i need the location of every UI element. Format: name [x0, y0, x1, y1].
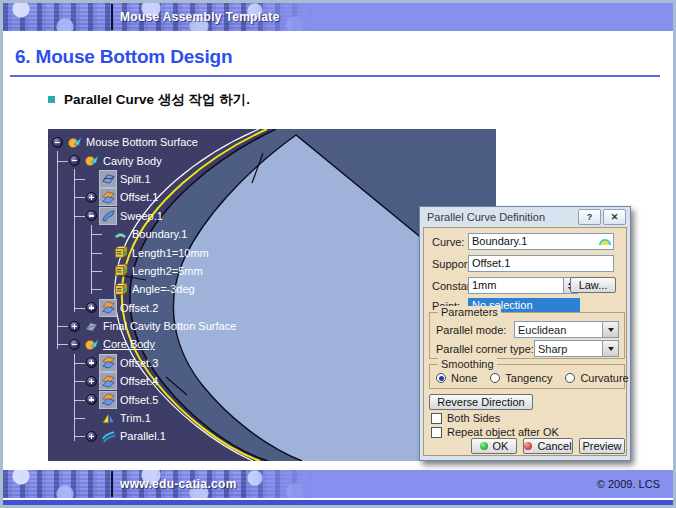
bullet-text-bold: Parallel Curve — [64, 92, 154, 107]
banner-title: Mouse Assembly Template — [120, 3, 280, 31]
bullet-text-rest: 생성 작업 하기. — [154, 92, 250, 107]
radio-curvature-label: Curvature — [580, 372, 628, 384]
curve-selector-icon[interactable] — [598, 235, 612, 248]
expand-expander-icon[interactable] — [86, 192, 97, 203]
dialog-body: Curve: Boundary.1 Support: Offset.1 Cons… — [423, 227, 627, 456]
cancel-button[interactable]: Cancel — [523, 438, 573, 454]
both-sides-checkbox-row[interactable]: Both Sides — [431, 412, 500, 424]
radio-tangency-label: Tangency — [505, 372, 552, 384]
tree-item-mouse-bottom-surface[interactable]: Mouse Bottom Surface — [48, 133, 288, 151]
curve-field[interactable]: Boundary.1 — [468, 233, 614, 250]
title-divider — [10, 75, 660, 77]
close-icon[interactable]: ✕ — [603, 209, 626, 225]
split-icon — [100, 171, 116, 187]
offset-icon — [100, 189, 116, 205]
tree-item-offset5[interactable]: Offset.5 — [48, 390, 288, 408]
expand-expander-icon[interactable] — [86, 394, 97, 405]
smoothing-group-label: Smoothing — [438, 358, 497, 370]
collapse-expander-icon[interactable] — [86, 210, 97, 221]
law-button[interactable]: Law... — [570, 277, 616, 293]
tree-item-trim1[interactable]: Trim.1 — [48, 409, 288, 427]
tree-item-offset4[interactable]: Offset.4 — [48, 372, 288, 390]
parallel-mode-dropdown[interactable]: Euclidean — [514, 321, 619, 338]
expand-expander-icon[interactable] — [86, 431, 97, 442]
header-banner: Mouse Assembly Template — [3, 3, 673, 31]
tree-item-sweep1[interactable]: Sweep.1 — [48, 207, 288, 225]
ok-dot-icon — [480, 442, 488, 450]
parallel-icon — [100, 428, 116, 444]
bottom-accent-strip — [3, 500, 673, 505]
trim-icon — [100, 410, 116, 426]
support-field[interactable]: Offset.1 — [468, 255, 614, 272]
tree-item-cavity-body[interactable]: Cavity Body — [48, 151, 288, 169]
radio-none-label: None — [451, 372, 477, 384]
parameter-icon — [112, 245, 128, 261]
specification-tree: Mouse Bottom Surface Cavity Body Split.1… — [48, 133, 288, 446]
collapse-expander-icon[interactable] — [69, 339, 80, 350]
tree-item-length2-parameter[interactable]: Length2=5mm — [48, 262, 288, 280]
reverse-direction-button[interactable]: Reverse Direction — [429, 394, 533, 410]
tree-item-length1-parameter[interactable]: Length1=10mm — [48, 243, 288, 261]
cancel-dot-icon — [524, 442, 532, 450]
parameter-icon — [112, 263, 128, 279]
parameter-icon — [112, 281, 128, 297]
repeat-object-checkbox[interactable] — [431, 427, 442, 438]
footer-site-text: www.edu-catia.com — [120, 470, 237, 498]
tree-item-offset1[interactable]: Offset.1 — [48, 188, 288, 206]
preview-button[interactable]: Preview — [579, 438, 625, 454]
offset-icon — [100, 392, 116, 408]
parallel-curve-definition-dialog: Parallel Curve Definition ? ✕ Curve: Bou… — [419, 206, 631, 461]
offset-icon — [100, 300, 116, 316]
corner-type-label: Parallel corner type: — [436, 343, 534, 355]
bullet-item: Parallel Curve 생성 작업 하기. — [48, 91, 250, 109]
collapse-expander-icon[interactable] — [69, 155, 80, 166]
repeat-object-checkbox-row[interactable]: Repeat object after OK — [431, 426, 559, 438]
tree-item-split1[interactable]: Split.1 — [48, 170, 288, 188]
parameters-group: Parameters Parallel mode: Euclidean Para… — [429, 312, 625, 359]
radio-none-icon[interactable] — [436, 373, 446, 383]
dropdown-arrow-icon[interactable] — [602, 341, 618, 356]
tree-item-parallel1[interactable]: Parallel.1 — [48, 427, 288, 445]
expand-expander-icon[interactable] — [86, 376, 97, 387]
corner-type-dropdown[interactable]: Sharp — [534, 340, 619, 357]
smoothing-group: Smoothing None Tangency Curvature — [429, 364, 625, 389]
tree-item-offset2[interactable]: Offset.2 — [48, 299, 288, 317]
tree-item-final-cavity-botton-surface[interactable]: Final Cavity Botton Surface — [48, 317, 288, 335]
help-icon[interactable]: ? — [578, 209, 601, 225]
page-title: 6. Mouse Bottom Design — [15, 46, 232, 68]
tree-item-boundary1[interactable]: Boundary.1 — [48, 225, 288, 243]
parameters-group-label: Parameters — [438, 306, 501, 318]
footer-banner: www.edu-catia.com © 2009. LCS — [3, 470, 673, 498]
radio-curvature-icon[interactable] — [565, 373, 575, 383]
body-icon — [83, 153, 99, 169]
tree-item-offset3[interactable]: Offset.3 — [48, 354, 288, 372]
banner-divider-line — [111, 4, 113, 30]
boundary-icon — [112, 226, 128, 242]
expand-expander-icon[interactable] — [86, 357, 97, 368]
expand-expander-icon[interactable] — [69, 321, 80, 332]
offset-icon — [100, 355, 116, 371]
tree-item-core-body[interactable]: Core Body — [48, 335, 288, 353]
both-sides-checkbox[interactable] — [431, 413, 442, 424]
repeat-object-label: Repeat object after OK — [447, 426, 559, 438]
bullet-square-icon — [48, 96, 55, 103]
curve-label: Curve: — [432, 236, 464, 248]
dropdown-arrow-icon[interactable] — [602, 322, 618, 337]
ok-button[interactable]: OK — [471, 438, 517, 454]
footer-copyright: © 2009. LCS — [597, 470, 660, 498]
tree-item-angle-parameter[interactable]: Angle=-3deg — [48, 280, 288, 298]
collapse-expander-icon[interactable] — [52, 137, 63, 148]
banner-divider-line — [111, 471, 113, 497]
body-icon — [83, 336, 99, 352]
radio-tangency-icon[interactable] — [490, 373, 500, 383]
both-sides-label: Both Sides — [447, 412, 500, 424]
dialog-titlebar[interactable]: Parallel Curve Definition ? ✕ — [423, 207, 627, 227]
sweep-icon — [100, 208, 116, 224]
slide: Mouse Assembly Template 6. Mouse Bottom … — [0, 0, 676, 508]
body-icon — [66, 134, 82, 150]
dialog-title: Parallel Curve Definition — [423, 211, 545, 223]
offset-icon — [100, 373, 116, 389]
surface-icon — [83, 318, 99, 334]
expand-expander-icon[interactable] — [86, 302, 97, 313]
constant-field[interactable]: 1mm — [468, 277, 564, 294]
